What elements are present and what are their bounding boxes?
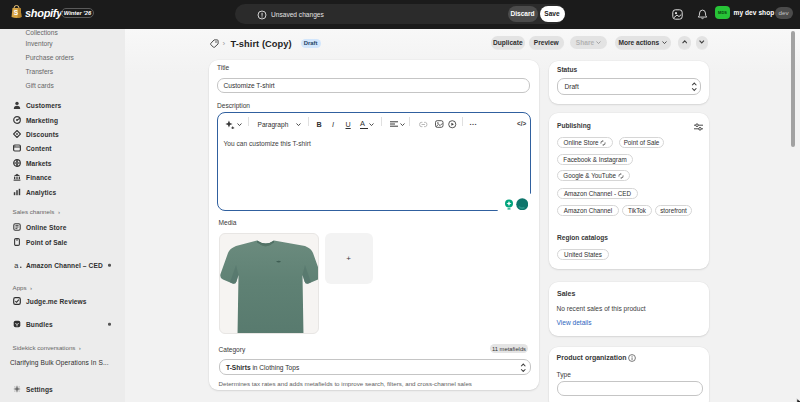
- svg-text:S: S: [14, 9, 19, 16]
- svg-text:a: a: [14, 261, 19, 269]
